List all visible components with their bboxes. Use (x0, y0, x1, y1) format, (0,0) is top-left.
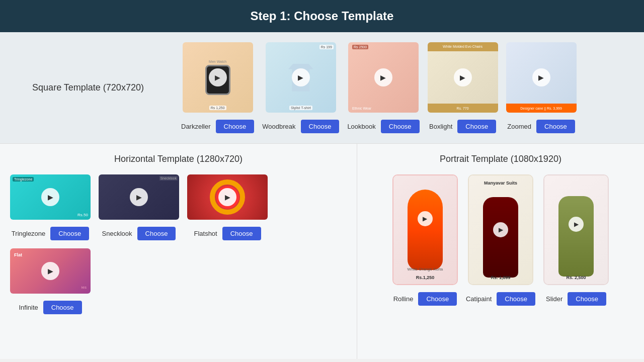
tringlezone-label: Tringlezone (12, 230, 45, 237)
flatshot-thumb[interactable]: ▶ (187, 174, 268, 220)
slider-play-icon[interactable]: ▶ (569, 217, 584, 232)
zoomed-thumb[interactable]: Designer cane || Rs. 3,999 ▶ (506, 42, 577, 113)
template-item-lookbook: Rs 2500 Ethnic Wear ▶ Lookbook Choose (347, 42, 419, 133)
zoomed-label: Zoomed (507, 123, 531, 130)
horizontal-template-section: Horizontal Template (644x362) Tringlezo… (0, 144, 357, 359)
catipaint-label: Catipaint (466, 295, 492, 303)
portrait-item-catipaint: Manyavar Suits Rs. 1,899 ▶ Catipaint Cho… (466, 174, 535, 306)
darkzeller-choose-btn[interactable]: Choose (216, 120, 255, 133)
catipaint-thumb[interactable]: Manyavar Suits Rs. 1,899 ▶ (468, 174, 533, 285)
snecklook-play-icon[interactable]: ▶ (130, 188, 148, 206)
lookbook-label: Lookbook (347, 123, 375, 130)
darkzeller-play-icon[interactable]: ▶ (209, 68, 227, 86)
rolline-choose-btn[interactable]: Choose (418, 292, 457, 306)
zoomed-play-icon[interactable]: ▶ (532, 68, 550, 86)
lookbook-play-icon[interactable]: ▶ (374, 68, 392, 86)
rolline-price: Rs.1,250 (393, 275, 457, 280)
boxlight-thumb[interactable]: White Molded Evo Chairs Rs. 770 ▶ (428, 42, 498, 113)
catipaint-brand: Manyavar Suits (469, 180, 532, 186)
portrait-templates-row: White Orange Kurta Rs.1,250 ▶ Rolline Ch… (367, 174, 634, 306)
infinite-thumb[interactable]: Flat ies ▶ (10, 248, 91, 294)
flatshot-label: Flatshot (194, 230, 217, 237)
template-item-darkzeller: Men Watch Rs 1,250 ▶ Darkzeller Choose (181, 42, 254, 133)
template-item-flatshot: ▶ Flatshot Choose (187, 174, 268, 240)
main-content: Square Template (720x720) Men Watch Rs 1… (0, 32, 644, 359)
template-item-zoomed: Designer cane || Rs. 3,999 ▶ Zoomed Choo… (506, 42, 577, 133)
catipaint-choose-btn[interactable]: Choose (497, 292, 535, 306)
portrait-template-section: Portrait Template (1080x1920) White Oran… (357, 144, 644, 359)
template-item-woodbreak: Rs 199 Stylist T-shirt ▶ Woodbreak Choos… (262, 42, 339, 133)
darkzeller-label: Darkzeller (181, 123, 211, 130)
flatshot-play-icon[interactable]: ▶ (218, 188, 236, 206)
woodbreak-play-icon[interactable]: ▶ (292, 68, 310, 86)
slider-thumb[interactable]: Rs. 2,500 ▶ (543, 174, 609, 285)
rolline-product-title: White Orange Kurta (393, 267, 457, 272)
slider-price: Rs. 2,500 (544, 275, 608, 280)
rolline-label: Rolline (393, 295, 414, 303)
woodbreak-label: Woodbreak (262, 123, 295, 130)
boxlight-choose-btn[interactable]: Choose (457, 120, 496, 133)
rolline-play-icon[interactable]: ▶ (418, 211, 433, 226)
page-header: Step 1: Choose Template (0, 0, 644, 32)
woodbreak-choose-btn[interactable]: Choose (301, 120, 340, 133)
flatshot-choose-btn[interactable]: Choose (222, 227, 261, 240)
catipaint-price: Rs. 1,899 (469, 275, 532, 280)
horizontal-templates-row: Tringlezone Rs.50 ▶ Tringlezone Choose (10, 174, 347, 314)
square-section-label: Square Template (720x720) (0, 82, 176, 93)
template-item-tringlezone: Tringlezone Rs.50 ▶ Tringlezone Choose (10, 174, 91, 240)
portrait-section-label: Portrait Template (1080x1920) (367, 154, 634, 164)
catipaint-play-icon[interactable]: ▶ (493, 222, 508, 237)
square-templates-row: Men Watch Rs 1,250 ▶ Darkzeller Choose (176, 42, 644, 133)
portrait-item-slider: Rs. 2,500 ▶ Slider Choose (543, 174, 609, 306)
tringlezone-thumb[interactable]: Tringlezone Rs.50 ▶ (10, 174, 91, 220)
bottom-sections: Horizontal Template (644x362) Tringlezo… (0, 144, 644, 359)
lookbook-thumb[interactable]: Rs 2500 Ethnic Wear ▶ (348, 42, 419, 113)
slider-label: Slider (546, 295, 562, 303)
tringlezone-choose-btn[interactable]: Choose (50, 227, 89, 240)
slider-choose-btn[interactable]: Choose (568, 292, 606, 306)
template-item-snecklook: Snecklook ▶ Snecklook Choose (99, 174, 179, 240)
square-template-section: Square Template (720x720) Men Watch Rs 1… (0, 32, 644, 144)
template-item-infinite: Flat ies ▶ Infinite Choose (10, 248, 91, 314)
infinite-label: Infinite (19, 304, 38, 311)
tringlezone-play-icon[interactable]: ▶ (41, 188, 59, 206)
infinite-play-icon[interactable]: ▶ (41, 262, 59, 280)
template-item-boxlight: White Molded Evo Chairs Rs. 770 ▶ Boxlig… (428, 42, 498, 133)
lookbook-choose-btn[interactable]: Choose (381, 120, 420, 133)
portrait-item-rolline: White Orange Kurta Rs.1,250 ▶ Rolline Ch… (392, 174, 458, 306)
zoomed-choose-btn[interactable]: Choose (536, 120, 575, 133)
header-title: Step 1: Choose Template (251, 9, 394, 23)
boxlight-label: Boxlight (429, 123, 452, 130)
infinite-choose-btn[interactable]: Choose (43, 301, 82, 314)
woodbreak-thumb[interactable]: Rs 199 Stylist T-shirt ▶ (266, 42, 336, 113)
snecklook-label: Snecklook (102, 230, 132, 237)
horizontal-section-label: Horizontal Template (644x362) (10, 154, 347, 164)
snecklook-thumb[interactable]: Snecklook ▶ (99, 174, 179, 220)
darkzeller-thumb[interactable]: Men Watch Rs 1,250 ▶ (183, 42, 253, 113)
snecklook-choose-btn[interactable]: Choose (137, 227, 176, 240)
rolline-thumb[interactable]: White Orange Kurta Rs.1,250 ▶ (392, 174, 458, 285)
boxlight-play-icon[interactable]: ▶ (454, 68, 472, 86)
